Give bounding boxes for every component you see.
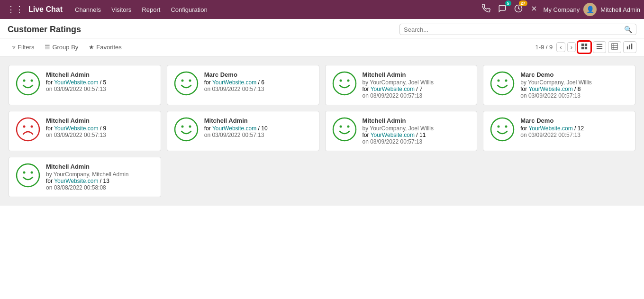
- card-name: Mitchell Admin: [363, 71, 471, 78]
- card-for: for YourWebsite.com / 12: [520, 125, 628, 132]
- website-link[interactable]: YourWebsite.com: [54, 79, 98, 86]
- card-date: on 03/09/2022 00:57:13: [520, 92, 628, 99]
- card-by: by YourCompany, Joel Willis: [363, 79, 471, 86]
- table-view-button[interactable]: [608, 41, 621, 53]
- apps-grid-icon[interactable]: ⋮⋮: [4, 2, 27, 17]
- card-date: on 03/09/2022 00:57:13: [204, 86, 312, 92]
- website-link[interactable]: YourWebsite.com: [212, 79, 256, 86]
- filters-button[interactable]: ▿ Filters: [8, 42, 39, 53]
- svg-point-29: [17, 118, 39, 141]
- subheader: Customer Ratings 🔍: [0, 19, 644, 38]
- search-area: 🔍: [91, 24, 636, 35]
- nav-channels[interactable]: Channels: [70, 3, 106, 16]
- svg-rect-8: [597, 46, 602, 47]
- card-name: Mitchell Admin: [204, 117, 312, 124]
- nav-menu: Channels Visitors Report Configuration: [70, 3, 478, 16]
- card-name: Mitchell Admin: [363, 117, 471, 124]
- nav-configuration[interactable]: Configuration: [166, 3, 212, 16]
- kanban-card[interactable]: Mitchell Admin for YourWebsite.com / 10 …: [167, 111, 319, 151]
- close-icon[interactable]: [528, 3, 540, 16]
- kanban-card[interactable]: Mitchell Admin by YourCompany, Joel Will…: [325, 65, 478, 105]
- search-input[interactable]: [404, 26, 624, 33]
- card-for: for YourWebsite.com / 11: [363, 132, 471, 138]
- list-view-button[interactable]: [593, 41, 606, 53]
- card-date: on 03/09/2022 00:57:13: [520, 132, 628, 138]
- nav-report[interactable]: Report: [137, 3, 165, 16]
- prev-page-button[interactable]: ‹: [556, 42, 565, 52]
- svg-point-30: [23, 126, 26, 128]
- card-date: on 03/09/2022 00:57:13: [363, 92, 471, 99]
- website-link[interactable]: YourWebsite.com: [371, 132, 415, 138]
- card-info: Mitchell Admin by YourCompany, Mitchell …: [46, 163, 154, 191]
- star-icon: ★: [89, 44, 94, 51]
- chart-view-button[interactable]: [623, 41, 636, 53]
- svg-point-28: [505, 80, 508, 82]
- svg-point-34: [189, 126, 191, 128]
- website-link[interactable]: YourWebsite.com: [528, 86, 572, 92]
- kanban-card[interactable]: Mitchell Admin by YourCompany, Mitchell …: [9, 157, 161, 197]
- rating-smiley: [174, 71, 199, 96]
- svg-point-41: [17, 164, 39, 187]
- card-name: Mitchell Admin: [46, 117, 154, 124]
- kanban-card[interactable]: Marc Demo for YourWebsite.com / 6 on 03/…: [167, 65, 319, 105]
- website-link[interactable]: YourWebsite.com: [212, 125, 256, 132]
- svg-point-18: [23, 80, 26, 82]
- rating-smiley: [16, 71, 40, 96]
- svg-point-20: [175, 72, 198, 95]
- svg-point-23: [333, 72, 356, 95]
- rating-smiley: [16, 117, 40, 142]
- app-title: Live Chat: [28, 5, 63, 14]
- favorites-button[interactable]: ★ Favorites: [84, 42, 126, 53]
- toolbar-right: 1-9 / 9 ‹ ›: [535, 41, 636, 53]
- card-name: Mitchell Admin: [46, 163, 154, 170]
- website-link[interactable]: YourWebsite.com: [371, 86, 415, 92]
- phone-icon[interactable]: [480, 2, 492, 17]
- rating-smiley: [490, 71, 515, 96]
- svg-point-17: [17, 72, 39, 95]
- kanban-card[interactable]: Mitchell Admin for YourWebsite.com / 5 o…: [9, 65, 161, 105]
- filter-icon: ▿: [12, 44, 16, 51]
- svg-point-35: [333, 118, 356, 141]
- groupby-label: Group By: [52, 44, 78, 51]
- topnav: ⋮⋮ Live Chat Channels Visitors Report Co…: [0, 0, 644, 19]
- card-for: for YourWebsite.com / 5: [46, 79, 154, 86]
- svg-point-27: [498, 80, 500, 82]
- card-date: on 03/09/2022 00:57:13: [204, 132, 312, 138]
- next-page-button[interactable]: ›: [567, 42, 576, 52]
- website-link[interactable]: YourWebsite.com: [54, 125, 98, 132]
- chat-icon[interactable]: 5: [496, 2, 508, 17]
- nav-visitors[interactable]: Visitors: [107, 3, 136, 16]
- company-name[interactable]: My Company: [544, 6, 580, 13]
- clock-icon[interactable]: 27: [512, 2, 525, 17]
- kanban-card[interactable]: Mitchell Admin for YourWebsite.com / 9 o…: [9, 111, 161, 151]
- rating-smiley: [332, 117, 357, 142]
- kanban-grid: Mitchell Admin for YourWebsite.com / 5 o…: [0, 56, 644, 206]
- groupby-button[interactable]: ☰ Group By: [40, 42, 83, 53]
- svg-rect-5: [581, 47, 584, 49]
- svg-rect-6: [585, 47, 587, 49]
- card-date: on 03/09/2022 00:57:13: [46, 86, 154, 92]
- website-link[interactable]: YourWebsite.com: [528, 125, 572, 132]
- card-date: on 03/08/2022 00:58:08: [46, 184, 154, 191]
- filters-label: Filters: [18, 44, 34, 51]
- kanban-card[interactable]: Marc Demo by YourCompany, Joel Willis fo…: [483, 65, 635, 105]
- website-link[interactable]: YourWebsite.com: [54, 178, 98, 184]
- username[interactable]: Mitchell Admin: [600, 6, 640, 13]
- card-for: for YourWebsite.com / 13: [46, 178, 154, 184]
- search-icon[interactable]: 🔍: [624, 26, 632, 33]
- kanban-view-button[interactable]: [578, 41, 591, 53]
- card-info: Mitchell Admin for YourWebsite.com / 10 …: [204, 117, 312, 138]
- kanban-card[interactable]: Marc Demo for YourWebsite.com / 12 on 03…: [483, 111, 635, 151]
- svg-point-36: [339, 126, 342, 128]
- card-for: for YourWebsite.com / 6: [204, 79, 312, 86]
- toolbar-left: ▿ Filters ☰ Group By ★ Favorites: [8, 42, 533, 53]
- main-content: Customer Ratings 🔍 ▿ Filters ☰ Group By …: [0, 19, 644, 299]
- favorites-label: Favorites: [96, 44, 121, 51]
- svg-point-24: [339, 80, 342, 82]
- kanban-card[interactable]: Mitchell Admin by YourCompany, Joel Will…: [325, 111, 478, 151]
- svg-point-32: [175, 118, 198, 141]
- avatar[interactable]: 👤: [583, 3, 597, 16]
- svg-rect-3: [581, 44, 584, 46]
- card-by: by YourCompany, Mitchell Admin: [46, 171, 154, 178]
- svg-rect-9: [597, 48, 602, 49]
